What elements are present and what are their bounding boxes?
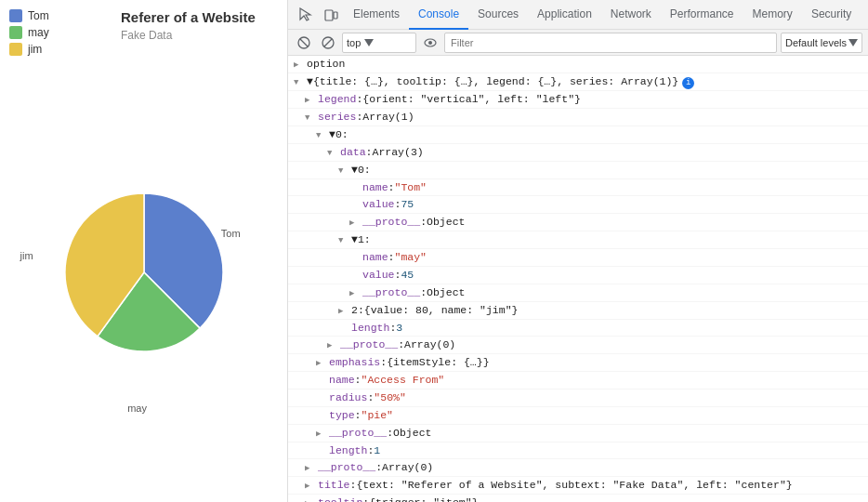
- filter-input[interactable]: [444, 33, 777, 53]
- console-text: :: [389, 320, 396, 337]
- console-line: ▶tooltip: {trigger: "item"}: [288, 495, 868, 502]
- svg-marker-9: [848, 39, 858, 46]
- context-value: top: [347, 37, 361, 48]
- collapse-icon[interactable]: ▼: [327, 148, 338, 161]
- info-icon[interactable]: i: [682, 77, 694, 89]
- console-line: ▶2: {value: 80, name: "jim"}: [288, 302, 868, 320]
- collapse-icon[interactable]: ▼: [294, 77, 305, 90]
- console-toolbar: top Default levels: [288, 30, 868, 56]
- console-text: :: [398, 337, 404, 353]
- collapse-icon[interactable]: ▼: [305, 112, 316, 126]
- console-line: ▶__proto__: Object: [288, 425, 868, 443]
- console-line: length: 1: [288, 443, 868, 460]
- console-line: length: 3: [288, 320, 868, 337]
- console-text: value: [362, 196, 395, 213]
- console-text: 1: [374, 443, 380, 459]
- tab-sources[interactable]: Sources: [468, 0, 528, 30]
- console-text: :: [367, 390, 374, 406]
- console-text: :: [395, 267, 401, 284]
- legend-color: [9, 26, 22, 39]
- console-line: ▼data: Array(3): [288, 144, 868, 162]
- device-toolbar-icon[interactable]: [318, 2, 344, 28]
- expand-icon[interactable]: ▶: [294, 59, 305, 73]
- console-text: 45: [401, 267, 414, 284]
- console-text: __proto__: [318, 459, 375, 476]
- console-text: 1:: [358, 231, 371, 248]
- console-text: tooltip: [318, 495, 362, 502]
- console-text: ▼: [351, 162, 358, 178]
- svg-rect-1: [334, 12, 337, 19]
- console-text: __proto__: [329, 425, 387, 442]
- console-text: name: [362, 179, 388, 196]
- log-levels-selector[interactable]: Default levels: [781, 33, 862, 53]
- console-line: ▶__proto__: Object: [288, 214, 868, 231]
- console-line: ▼▼ 0:: [288, 126, 868, 144]
- console-text: {itemStyle: {…}}: [387, 354, 489, 371]
- clear-console-icon[interactable]: [294, 33, 314, 53]
- console-text: 2:: [351, 302, 364, 319]
- inspect-element-icon[interactable]: [292, 2, 318, 28]
- pie-label-may: may: [127, 403, 147, 414]
- console-text: data: [340, 144, 366, 161]
- tab-network[interactable]: Network: [601, 0, 661, 30]
- console-line: value: 75: [288, 196, 868, 214]
- console-text: 75: [401, 196, 414, 213]
- expand-icon[interactable]: ▶: [316, 429, 327, 442]
- console-text: __proto__: [340, 337, 398, 353]
- console-text: "50%": [374, 390, 406, 406]
- tab-elements[interactable]: Elements: [344, 0, 409, 30]
- tab-performance[interactable]: Performance: [661, 0, 743, 30]
- console-line: ▶option: [288, 56, 868, 73]
- console-line: radius: "50%": [288, 390, 868, 407]
- expand-icon[interactable]: ▶: [305, 498, 316, 502]
- console-text: :: [350, 477, 357, 494]
- expand-icon[interactable]: ▶: [316, 358, 327, 371]
- console-text: ▼: [329, 126, 335, 143]
- context-selector[interactable]: top: [342, 33, 416, 53]
- eye-icon[interactable]: [420, 33, 441, 53]
- console-text: value: [362, 267, 395, 284]
- svg-rect-0: [325, 10, 333, 20]
- collapse-icon[interactable]: ▼: [338, 235, 349, 248]
- tab-console[interactable]: Console: [409, 0, 468, 30]
- legend-label: Tom: [28, 9, 49, 22]
- console-line: ▶__proto__: Array(0): [288, 337, 868, 354]
- console-text: 3: [396, 320, 402, 337]
- devtools-panel: Elements Console Sources Application Net…: [288, 0, 868, 502]
- expand-icon[interactable]: ▶: [327, 340, 338, 353]
- console-line: value: 45: [288, 267, 868, 284]
- console-text: emphasis: [329, 354, 380, 371]
- console-line: ▼▼ 0:: [288, 162, 868, 179]
- expand-icon[interactable]: ▶: [305, 481, 316, 494]
- console-text: :: [420, 214, 427, 231]
- expand-icon[interactable]: ▶: [349, 218, 361, 231]
- expand-icon[interactable]: ▶: [305, 95, 316, 108]
- expand-icon[interactable]: ▶: [338, 306, 349, 319]
- levels-label: Default levels: [785, 37, 847, 48]
- console-text: radius: [329, 390, 367, 406]
- collapse-icon[interactable]: ▼: [316, 130, 327, 143]
- console-text: Array(0): [404, 337, 455, 353]
- console-text: length: [351, 320, 389, 337]
- console-line: name: "Tom": [288, 179, 868, 197]
- expand-icon[interactable]: ▶: [349, 288, 361, 301]
- console-text: :: [366, 144, 373, 161]
- tab-memory[interactable]: Memory: [743, 0, 802, 30]
- console-text: Array(0): [382, 459, 433, 476]
- collapse-icon[interactable]: ▼: [338, 165, 349, 178]
- console-line: ▼▼ 1:: [288, 231, 868, 249]
- console-text: __proto__: [362, 214, 420, 231]
- console-text: :: [380, 354, 387, 371]
- console-text: type: [329, 407, 355, 424]
- svg-line-3: [300, 39, 308, 46]
- chart-title: Referer of a Website: [121, 9, 278, 25]
- console-text: "may": [395, 249, 427, 266]
- console-text: Object: [427, 214, 465, 231]
- tab-application[interactable]: Application: [528, 0, 601, 30]
- console-text: :: [355, 372, 362, 389]
- tab-security[interactable]: Security: [802, 0, 861, 30]
- expand-icon[interactable]: ▶: [305, 463, 316, 476]
- console-text: "pie": [362, 407, 394, 424]
- block-icon[interactable]: [318, 33, 338, 53]
- console-text: Array(3): [373, 144, 424, 161]
